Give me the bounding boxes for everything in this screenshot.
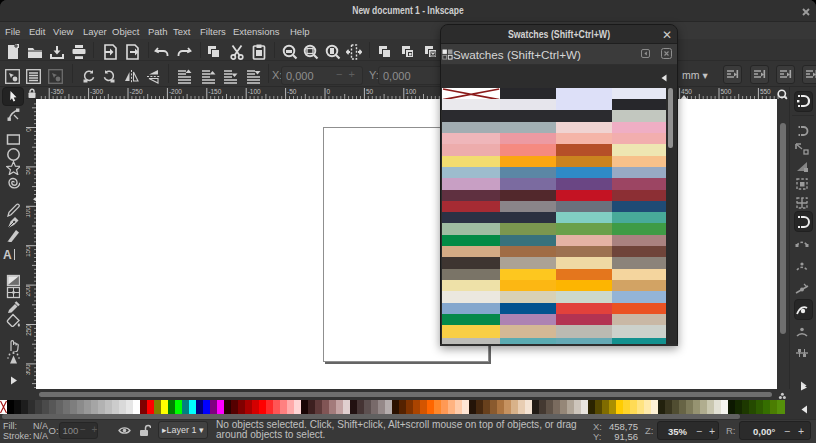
svg-text:200: 200 bbox=[26, 285, 32, 296]
svg-text:-200: -200 bbox=[169, 88, 182, 95]
svg-text:250: 250 bbox=[26, 325, 32, 336]
svg-text:550: 550 bbox=[760, 88, 771, 95]
svg-text:-350: -350 bbox=[51, 88, 64, 95]
svg-text:0: 0 bbox=[327, 88, 331, 95]
svg-text:100: 100 bbox=[26, 206, 32, 217]
svg-text:-250: -250 bbox=[130, 88, 143, 95]
svg-text:-300: -300 bbox=[90, 88, 103, 95]
svg-text:150: 150 bbox=[26, 246, 32, 257]
svg-text:50: 50 bbox=[26, 167, 32, 175]
svg-text:50: 50 bbox=[366, 88, 374, 95]
svg-text:0: 0 bbox=[26, 128, 32, 132]
svg-text:450: 450 bbox=[681, 88, 692, 95]
svg-text:-50: -50 bbox=[287, 88, 297, 95]
svg-text:-150: -150 bbox=[208, 88, 221, 95]
svg-text:300: 300 bbox=[26, 364, 32, 375]
svg-text:500: 500 bbox=[721, 88, 732, 95]
svg-text:-100: -100 bbox=[248, 88, 261, 95]
svg-text:100: 100 bbox=[405, 88, 416, 95]
